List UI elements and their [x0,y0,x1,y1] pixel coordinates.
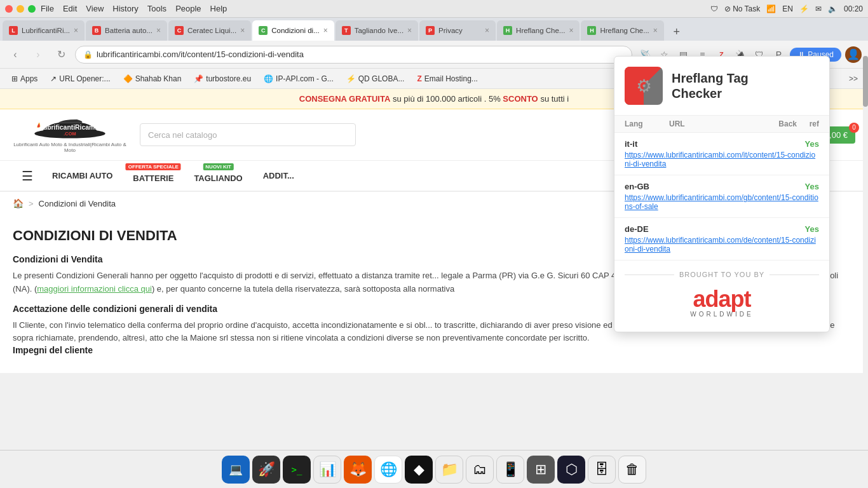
system-icon-bluetooth: ⚡ [799,4,809,13]
tab-close-hreflang1[interactable]: × [569,26,573,35]
address-bar[interactable]: 🔒 lubrificantiricambi.com/it/content/15-… [75,46,632,64]
nav-item-additivi[interactable]: ADDIT... [253,163,304,188]
bookmark-qd[interactable]: ⚡ QD GLOBA... [341,72,410,85]
menu-file[interactable]: File [41,4,54,13]
activity-icon: 📊 [319,461,336,478]
dock-launchpad[interactable]: 🚀 [252,456,280,484]
reload-button[interactable]: ↻ [52,46,70,64]
bookmarks-more[interactable]: >> [845,72,862,85]
tab-close-hreflang2[interactable]: × [653,26,658,35]
hreflang-url-en[interactable]: https://www.lubrificantiricambi.com/gb/c… [625,193,819,211]
dock-app9[interactable]: 📱 [496,456,524,484]
tab-favicon-hreflang1: H [503,26,512,35]
dock-activity-monitor[interactable]: 📊 [313,456,341,484]
tab-bar: L LubrificantiRi... × B Batteria auto...… [0,18,868,41]
lock-icon: 🔒 [83,50,93,59]
back-button[interactable]: ‹ [6,46,24,64]
tab-ceratec[interactable]: C Ceratec Liqui... × [168,20,251,41]
scrollbar[interactable] [863,56,868,450]
tab-hreflang2[interactable]: H Hreflang Che... × [581,20,663,41]
svg-text:.COM: .COM [64,131,76,137]
hreflang-logo: ⚙ [625,67,663,105]
scroll-thumb[interactable] [863,56,868,107]
hreflang-popup: ⚙ Hreflang TagChecker Lang URL Back ref … [614,56,830,332]
nav-item-batterie[interactable]: OFFERTA SPECIALE BATTERIE [123,161,184,191]
app11-icon: ⬡ [566,461,578,478]
avatar[interactable]: 👤 [845,46,862,63]
dock-app8[interactable]: 🗂 [466,456,494,484]
menu-edit[interactable]: Edit [63,4,77,13]
home-icon[interactable]: 🏠 [13,198,24,208]
nav-item-tagliando[interactable]: NUOVI KIT TAGLIANDO [184,161,252,191]
minimize-button[interactable] [17,5,24,13]
site-logo[interactable]: LubrificantiRicambi .COM Lubrificanti Au… [13,116,127,154]
dock-firefox[interactable]: 🦊 [344,456,372,484]
ipapi-icon: 🌐 [264,74,273,83]
dock-chrome[interactable]: 🌐 [374,456,402,484]
dock-app6[interactable]: ◆ [405,456,433,484]
bookmark-ipapi-label: IP-API.com - G... [276,74,334,83]
dock-app11[interactable]: ⬡ [557,456,585,484]
url-opener-icon: ↗ [50,74,57,83]
traffic-lights [5,5,36,13]
tab-close-privacy[interactable]: × [485,26,489,35]
tab-close-ceratec[interactable]: × [240,26,245,35]
tab-batteria[interactable]: B Batteria auto... × [86,20,167,41]
hreflang-url-de[interactable]: https://www.lubrificantiricambi.com/de/c… [625,236,819,254]
site-search[interactable]: Cerca nel catalogo [140,123,356,146]
tab-close-lubrificanti[interactable]: × [74,26,78,35]
bookmark-email[interactable]: Z Email Hosting... [412,72,482,85]
nav-item-ricambi[interactable]: RICAMBI AUTO [42,163,123,188]
url-text: lubrificantiricambi.com/it/content/15-co… [97,50,624,59]
system-clock: 00:20 [844,4,863,13]
app10-icon: ⊞ [535,461,546,478]
tab-favicon-lubrificanti: L [9,26,18,35]
dock-finder[interactable]: 💻 [222,456,250,484]
menu-people[interactable]: People [175,4,201,13]
tab-privacy[interactable]: P Privacy × [419,20,496,41]
bookmark-shahab[interactable]: 🔶 Shahab Khan [118,72,187,85]
bookmark-url-opener-label: URL Opener:... [59,74,110,83]
menu-view[interactable]: View [86,4,104,13]
tab-favicon-batteria: B [92,26,101,35]
col-back-header: Back [765,119,797,128]
tab-close-tagliando[interactable]: × [407,26,412,35]
menu-tools[interactable]: Tools [147,4,166,13]
close-button[interactable] [5,5,13,13]
dock-terminal[interactable]: >_ [283,456,311,484]
maximize-button[interactable] [28,5,36,13]
new-tab-button[interactable]: + [668,23,686,41]
dock-app7[interactable]: 📁 [435,456,463,484]
menu-history[interactable]: History [112,4,138,13]
dock-trash[interactable]: 🗑 [618,456,646,484]
bookmark-email-label: Email Hosting... [424,74,478,83]
tab-favicon-ceratec: C [175,26,184,35]
tab-label-hreflang1: Hreflang Che... [516,27,565,34]
hamburger-menu-button[interactable]: ☰ [13,162,42,190]
tab-tagliando[interactable]: T Tagliando Ive... × [336,20,418,41]
dock-files[interactable]: 🗄 [588,456,616,484]
app9-icon: 📱 [502,461,519,478]
tab-close-batteria[interactable]: × [156,26,161,35]
app8-icon: 🗂 [473,461,487,478]
svg-text:LubrificantiRicambi: LubrificantiRicambi [39,124,101,131]
tab-close-condizioni[interactable]: × [323,26,328,35]
bookmark-url-opener[interactable]: ↗ URL Opener:... [45,72,115,85]
link-maggiori-info[interactable]: maggiori informazioni clicca qui [37,284,152,294]
chrome-icon: 🌐 [380,461,397,478]
bookmark-turbostore[interactable]: 📌 turbostore.eu [189,72,256,85]
bookmark-ipapi[interactable]: 🌐 IP-API.com - G... [259,72,339,85]
dock-app10[interactable]: ⊞ [527,456,555,484]
badge-special: OFFERTA SPECIALE [126,163,181,170]
tab-condizioni[interactable]: C Condizioni di... × [252,20,334,41]
forward-button[interactable]: › [29,46,47,64]
popup-header: ⚙ Hreflang TagChecker [614,57,829,116]
menu-help[interactable]: Help [210,4,227,13]
bookmark-apps[interactable]: ⊞ Apps [6,72,43,85]
hreflang-url-it[interactable]: https://www.lubrificantiricambi.com/it/c… [625,151,819,168]
adapt-sub: WORLDWIDE [690,311,753,318]
tab-label-condizioni: Condizioni di... [271,27,319,34]
tab-lubrificanti[interactable]: L LubrificantiRi... × [3,20,85,41]
tab-hreflang1[interactable]: H Hreflang Che... × [497,20,580,41]
tab-label-tagliando: Tagliando Ive... [355,27,403,34]
